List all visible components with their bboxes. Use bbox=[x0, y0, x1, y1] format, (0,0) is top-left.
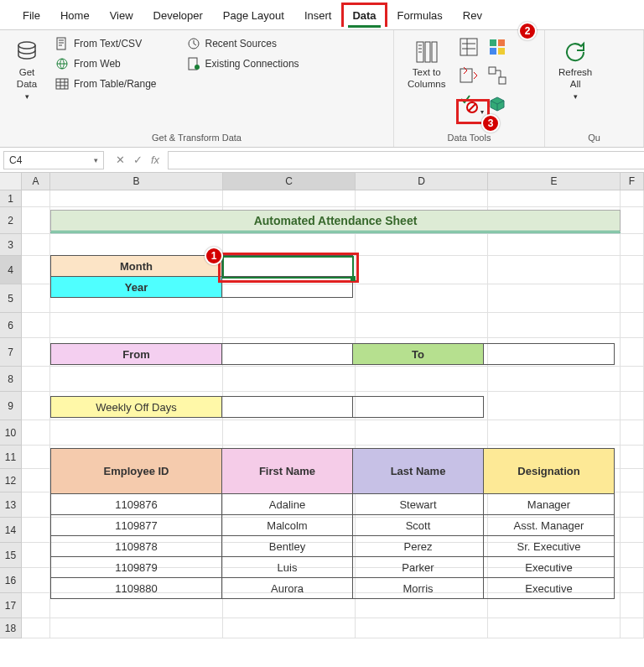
cell[interactable] bbox=[488, 234, 621, 256]
recent-sources-button[interactable]: Recent Sources bbox=[184, 35, 303, 52]
table-cell[interactable]: 1109878 bbox=[51, 536, 222, 557]
row-header-4[interactable]: 4 bbox=[0, 256, 22, 284]
remove-duplicates-button[interactable] bbox=[457, 64, 480, 87]
fx-icon[interactable]: fx bbox=[151, 154, 159, 166]
table-cell[interactable]: Sr. Executive bbox=[484, 536, 615, 557]
cell-off1[interactable] bbox=[222, 397, 353, 418]
cell[interactable] bbox=[621, 518, 644, 543]
table-cell[interactable]: Bentley bbox=[222, 536, 353, 557]
cell[interactable] bbox=[223, 618, 356, 638]
col-header-d[interactable]: D bbox=[356, 173, 488, 190]
cell[interactable] bbox=[356, 420, 488, 446]
cell[interactable] bbox=[22, 420, 50, 446]
table-cell[interactable]: 1109879 bbox=[51, 557, 222, 578]
cell[interactable] bbox=[356, 618, 488, 638]
table-cell[interactable]: Asst. Manager bbox=[484, 515, 615, 536]
table-cell[interactable]: Malcolm bbox=[222, 515, 353, 536]
tab-home[interactable]: Home bbox=[50, 3, 100, 27]
row-header-18[interactable]: 18 bbox=[0, 618, 22, 638]
cell[interactable] bbox=[488, 367, 621, 392]
row-header-14[interactable]: 14 bbox=[0, 518, 22, 543]
cell[interactable] bbox=[488, 256, 621, 284]
cell[interactable] bbox=[22, 207, 50, 234]
col-header-c[interactable]: C bbox=[223, 173, 356, 190]
cell[interactable] bbox=[488, 190, 621, 207]
cell[interactable] bbox=[621, 618, 644, 638]
tab-data[interactable]: Data bbox=[341, 3, 387, 27]
cell[interactable] bbox=[22, 234, 50, 256]
select-all-corner[interactable] bbox=[0, 173, 22, 190]
cell[interactable] bbox=[621, 367, 644, 392]
row-header-16[interactable]: 16 bbox=[0, 568, 22, 593]
get-data-button[interactable]: Get Data ▾ bbox=[8, 35, 45, 104]
cell[interactable] bbox=[356, 190, 488, 207]
from-text-csv-button[interactable]: From Text/CSV bbox=[52, 35, 160, 52]
table-cell[interactable]: Adaline bbox=[222, 494, 353, 515]
cell[interactable] bbox=[223, 420, 356, 446]
table-cell[interactable]: Manager bbox=[484, 494, 615, 515]
enter-formula-icon[interactable]: ✓ bbox=[133, 154, 143, 166]
cell[interactable] bbox=[621, 568, 644, 593]
row-header-6[interactable]: 6 bbox=[0, 313, 22, 338]
cell[interactable] bbox=[22, 469, 50, 492]
table-cell[interactable]: Executive bbox=[484, 557, 615, 578]
cell[interactable] bbox=[356, 256, 488, 284]
cell[interactable] bbox=[50, 190, 223, 207]
cell[interactable] bbox=[356, 367, 488, 392]
row-header-1[interactable]: 1 bbox=[0, 190, 22, 207]
row-header-12[interactable]: 12 bbox=[0, 469, 22, 492]
table-cell[interactable]: Executive bbox=[484, 578, 615, 599]
cell[interactable] bbox=[488, 392, 621, 420]
relationships-button[interactable] bbox=[486, 64, 509, 87]
tab-insert[interactable]: Insert bbox=[294, 3, 342, 27]
flash-fill-button[interactable] bbox=[457, 35, 480, 59]
cell[interactable] bbox=[223, 367, 356, 392]
cell[interactable] bbox=[621, 256, 644, 284]
cell[interactable] bbox=[22, 284, 50, 313]
cell[interactable] bbox=[356, 284, 488, 313]
col-header-e[interactable]: E bbox=[488, 173, 621, 190]
col-header-f[interactable]: F bbox=[621, 173, 644, 190]
row-header-5[interactable]: 5 bbox=[0, 284, 22, 313]
tab-developer[interactable]: Developer bbox=[143, 3, 213, 27]
tab-review[interactable]: Rev bbox=[453, 3, 492, 27]
cell[interactable] bbox=[621, 392, 644, 420]
cell-to-value[interactable] bbox=[484, 344, 615, 365]
cell-month-value[interactable] bbox=[222, 256, 353, 277]
row-header-11[interactable]: 11 bbox=[0, 446, 22, 469]
cell[interactable] bbox=[621, 338, 644, 367]
cell[interactable] bbox=[621, 313, 644, 338]
existing-connections-button[interactable]: Existing Connections bbox=[184, 55, 303, 72]
table-cell[interactable]: Stewart bbox=[353, 494, 484, 515]
cell[interactable] bbox=[22, 338, 50, 367]
cell[interactable] bbox=[50, 313, 223, 338]
cell[interactable] bbox=[488, 618, 621, 638]
table-cell[interactable]: Aurora bbox=[222, 578, 353, 599]
col-header-b[interactable]: B bbox=[50, 173, 223, 190]
cell[interactable] bbox=[488, 313, 621, 338]
cell[interactable] bbox=[621, 593, 644, 618]
fill-handle[interactable] bbox=[351, 276, 356, 281]
cell[interactable] bbox=[621, 234, 644, 256]
from-table-range-button[interactable]: From Table/Range bbox=[52, 76, 160, 92]
col-header-a[interactable]: A bbox=[22, 173, 50, 190]
row-header-15[interactable]: 15 bbox=[0, 543, 22, 568]
table-cell[interactable]: Luis bbox=[222, 557, 353, 578]
cell[interactable] bbox=[22, 618, 50, 638]
table-cell[interactable]: Perez bbox=[353, 536, 484, 557]
name-box[interactable]: C4 ▾ bbox=[3, 151, 104, 169]
cell[interactable] bbox=[488, 284, 621, 313]
text-to-columns-button[interactable]: Text to Columns bbox=[402, 35, 450, 94]
row-header-9[interactable]: 9 bbox=[0, 392, 22, 420]
table-cell[interactable]: Scott bbox=[353, 515, 484, 536]
cell[interactable] bbox=[621, 190, 644, 207]
refresh-all-button[interactable]: Refresh All ▾ bbox=[553, 35, 597, 104]
row-header-10[interactable]: 10 bbox=[0, 420, 22, 446]
cell[interactable] bbox=[621, 420, 644, 446]
row-header-7[interactable]: 7 bbox=[0, 338, 22, 367]
formula-input[interactable] bbox=[168, 151, 644, 169]
cell[interactable] bbox=[621, 543, 644, 568]
cell[interactable] bbox=[22, 313, 50, 338]
cell[interactable] bbox=[356, 234, 488, 256]
table-cell[interactable]: 1109880 bbox=[51, 578, 222, 599]
